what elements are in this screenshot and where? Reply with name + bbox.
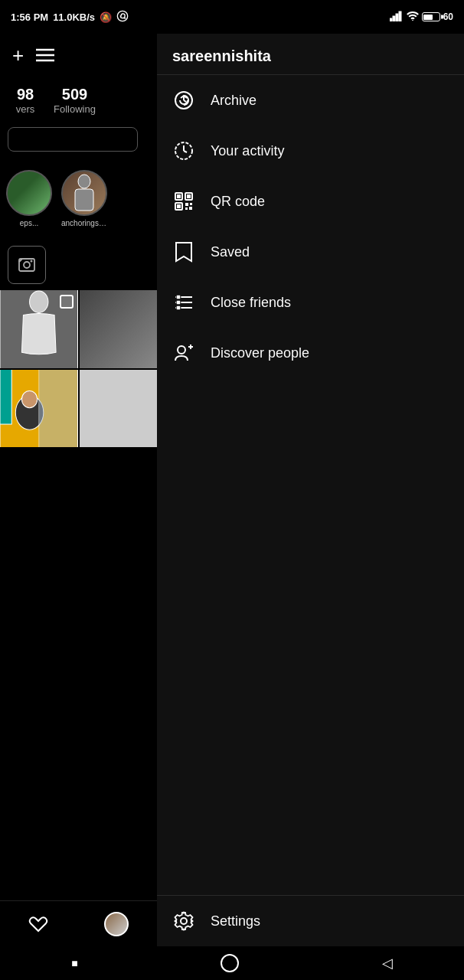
android-nav: ■ ◁: [0, 946, 464, 980]
svg-rect-4: [399, 11, 401, 21]
svg-rect-31: [185, 207, 188, 210]
right-panel: sareennishita Archive: [157, 34, 464, 946]
stat-following[interactable]: 509 Following: [46, 86, 96, 115]
settings-icon: [172, 910, 195, 933]
tag-photos-icon[interactable]: [8, 246, 46, 284]
edit-profile-button[interactable]: [8, 127, 138, 152]
highlight-circle-2: [61, 170, 107, 216]
stat-followers[interactable]: 98 vers: [0, 86, 46, 115]
menu-item-saved[interactable]: Saved: [157, 227, 464, 277]
activity-icon: [172, 139, 195, 162]
archive-icon: [172, 89, 195, 112]
time: 1:56 PM: [11, 11, 48, 23]
highlight-item-2[interactable]: anchorings ✨: [61, 170, 107, 227]
svg-rect-24: [177, 194, 181, 198]
whatsapp-icon: [116, 10, 129, 24]
svg-rect-3: [396, 14, 398, 21]
back-button[interactable]: ◁: [382, 955, 393, 972]
close-friends-icon: [172, 291, 195, 314]
menu-header: sareennishita: [157, 34, 464, 75]
stats-row: 98 vers 509 Following: [0, 77, 157, 121]
svg-rect-26: [187, 194, 191, 198]
network-speed: 11.0KB/s: [53, 11, 95, 23]
menu-item-settings[interactable]: Settings: [157, 895, 464, 946]
svg-point-19: [21, 390, 37, 407]
followers-label: vers: [16, 103, 35, 115]
profile-top-bar: +: [0, 34, 157, 77]
svg-rect-28: [177, 204, 181, 208]
highlight-item[interactable]: eps...: [6, 170, 52, 227]
svg-rect-20: [39, 370, 78, 448]
svg-point-5: [412, 19, 413, 20]
status-left: 1:56 PM 11.0KB/s 🔕: [11, 10, 129, 24]
menu-item-archive[interactable]: Archive: [157, 75, 464, 126]
menu-username: sareennishita: [172, 47, 271, 64]
bottom-nav: [0, 900, 157, 946]
photo-cell-2[interactable]: [80, 290, 158, 368]
new-post-button[interactable]: +: [12, 45, 24, 65]
svg-rect-29: [185, 203, 188, 206]
archive-label: Archive: [211, 93, 257, 109]
photo-color: [0, 370, 78, 448]
left-panel: + 98 vers 509 Following eps...: [0, 34, 157, 934]
edit-profile-area: [0, 121, 157, 158]
home-button[interactable]: [221, 954, 239, 972]
svg-rect-2: [393, 16, 395, 21]
photo-cell-1[interactable]: [0, 290, 78, 368]
menu-item-discover-people[interactable]: Discover people: [157, 328, 464, 378]
highlights-row: eps... anchorings ✨: [0, 158, 157, 240]
following-count: 509: [62, 86, 87, 103]
svg-rect-32: [189, 207, 192, 210]
close-friends-label: Close friends: [211, 295, 291, 311]
svg-rect-1: [390, 18, 392, 21]
highlight-label: eps...: [20, 219, 38, 227]
photo-cell-4[interactable]: [80, 370, 158, 448]
svg-point-48: [181, 918, 187, 924]
svg-rect-10: [75, 189, 93, 211]
svg-point-15: [30, 291, 48, 312]
saved-icon: [172, 240, 195, 263]
signal-icon: [390, 11, 404, 24]
wifi-icon: [407, 11, 419, 23]
recent-apps-button[interactable]: ■: [71, 957, 77, 969]
menu-list: Archive Your activity: [157, 75, 464, 895]
discover-icon: [172, 341, 195, 364]
discover-label: Discover people: [211, 345, 309, 361]
profile-avatar: [104, 912, 129, 936]
svg-rect-30: [190, 203, 192, 205]
saved-label: Saved: [211, 244, 250, 260]
nav-avatar[interactable]: [104, 912, 129, 936]
highlight-label-2: anchorings ✨: [61, 219, 107, 227]
svg-point-45: [178, 346, 185, 354]
svg-point-9: [78, 175, 90, 188]
photo-cell-3[interactable]: [0, 370, 78, 448]
svg-rect-17: [0, 370, 11, 424]
following-label: Following: [54, 103, 96, 115]
followers-count: 98: [17, 86, 34, 103]
menu-item-close-friends[interactable]: Close friends: [157, 277, 464, 328]
activity-label: Your activity: [211, 143, 284, 159]
camera-row: [0, 240, 157, 290]
menu-item-qr-code[interactable]: QR code: [157, 176, 464, 227]
nav-heart-icon[interactable]: [28, 915, 48, 933]
photo-grid: [0, 290, 157, 447]
menu-item-your-activity[interactable]: Your activity: [157, 126, 464, 176]
svg-point-13: [31, 260, 33, 263]
svg-point-12: [24, 262, 30, 268]
highlight-circle: [6, 170, 52, 216]
battery-icon: [422, 12, 440, 21]
mute-icon: 🔕: [100, 11, 112, 23]
status-bar: 1:56 PM 11.0KB/s 🔕: [0, 0, 464, 34]
settings-label: Settings: [211, 913, 260, 929]
qr-label: QR code: [211, 194, 265, 210]
battery-level: 60: [443, 11, 453, 22]
menu-button[interactable]: [36, 45, 54, 65]
qr-icon: [172, 190, 195, 213]
photo-checkbox[interactable]: [60, 295, 74, 309]
svg-point-0: [117, 11, 127, 21]
status-right: 60: [390, 11, 453, 24]
